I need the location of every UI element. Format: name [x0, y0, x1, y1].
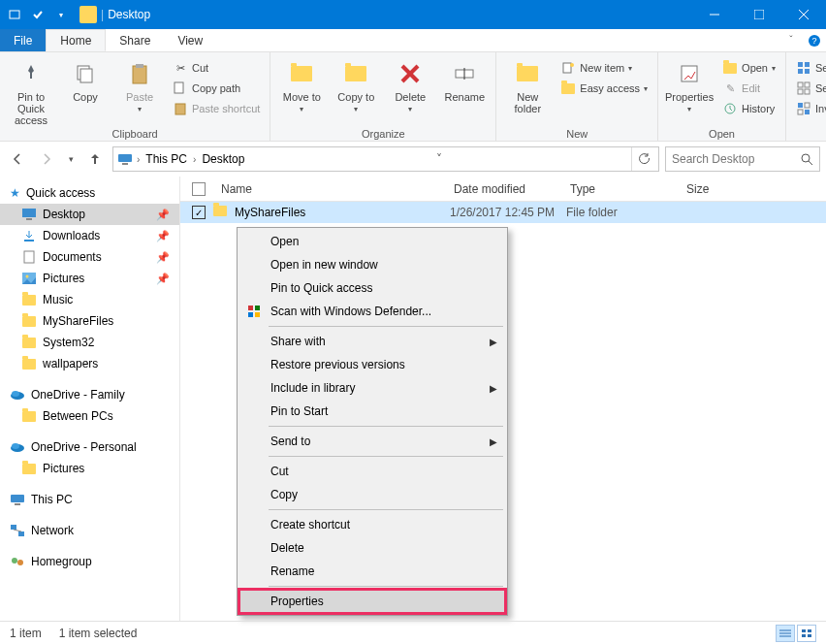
open-icon	[722, 60, 738, 76]
ctx-share-with[interactable]: Share with▶	[239, 330, 505, 353]
address-dropdown[interactable]: ˅	[428, 147, 451, 171]
crumb-sep-icon[interactable]: ›	[137, 154, 140, 165]
address-pc-icon	[117, 152, 133, 166]
col-size[interactable]: Size	[679, 182, 756, 196]
window-divider: |	[101, 8, 104, 21]
ctx-restore[interactable]: Restore previous versions	[239, 353, 505, 376]
select-none-button[interactable]: Select none	[792, 79, 826, 98]
row-type: File folder	[566, 206, 683, 219]
nav-between-pcs[interactable]: Between PCs	[0, 405, 179, 427]
history-button[interactable]: History	[718, 99, 779, 118]
nav-thispc[interactable]: This PC	[0, 489, 179, 510]
ctx-rename[interactable]: Rename	[239, 560, 505, 583]
nav-onedrive-family[interactable]: OneDrive - Family	[0, 384, 179, 405]
ctx-open[interactable]: Open	[239, 230, 505, 253]
view-thumbnails-button[interactable]	[797, 625, 816, 642]
up-button[interactable]	[83, 147, 107, 171]
nav-music[interactable]: Music	[0, 289, 179, 310]
select-all-checkbox[interactable]	[192, 182, 206, 196]
ctx-cut[interactable]: Cut	[239, 460, 505, 483]
search-box[interactable]: Search Desktop	[665, 146, 820, 172]
paste-shortcut-button[interactable]: Paste shortcut	[169, 99, 264, 118]
ctx-send-to[interactable]: Send to▶	[239, 430, 505, 453]
group-new: New folder New item ▾ Easy access ▾ New	[496, 52, 658, 141]
ctx-copy[interactable]: Copy	[239, 483, 505, 506]
context-menu: Open Open in new window Pin to Quick acc…	[237, 227, 508, 616]
forward-button[interactable]	[35, 147, 58, 171]
ctx-properties[interactable]: Properties	[239, 590, 505, 613]
maximize-button[interactable]	[737, 0, 781, 29]
close-button[interactable]	[781, 0, 826, 29]
crumb-thispc[interactable]: This PC	[143, 152, 189, 166]
tab-file[interactable]: File	[0, 29, 46, 51]
tab-home[interactable]: Home	[46, 29, 106, 51]
help-button[interactable]: ?	[803, 29, 826, 51]
svg-rect-26	[805, 82, 810, 87]
qat-icon1[interactable]	[4, 4, 25, 25]
col-type[interactable]: Type	[562, 182, 679, 196]
tab-view[interactable]: View	[164, 29, 216, 51]
nav-system32[interactable]: System32	[0, 332, 179, 353]
col-modified[interactable]: Date modified	[446, 182, 562, 196]
open-button[interactable]: Open ▾	[718, 58, 779, 78]
ctx-open-new-window[interactable]: Open in new window	[239, 253, 505, 276]
move-to-button[interactable]: Move to▾	[276, 56, 327, 113]
ctx-include-library[interactable]: Include in library▶	[239, 376, 505, 400]
nav-downloads[interactable]: Downloads📌	[0, 225, 179, 246]
new-item-button[interactable]: New item ▾	[556, 58, 651, 78]
navigation-pane[interactable]: ★Quick access Desktop📌 Downloads📌 Docume…	[0, 177, 180, 621]
pin-quick-access-button[interactable]: Pin to Quick access	[6, 56, 56, 126]
copy-to-button[interactable]: Copy to▾	[331, 56, 381, 113]
paste-button[interactable]: Paste ▾	[114, 56, 165, 113]
copy-path-button[interactable]: Copy path	[169, 79, 264, 98]
copy-icon	[70, 58, 101, 89]
row-checkbox[interactable]: ✓	[192, 206, 206, 219]
ctx-scan-defender[interactable]: Scan with Windows Defender...	[239, 300, 505, 323]
ribbon-collapse-button[interactable]: ˇ	[779, 29, 803, 51]
nav-pictures2[interactable]: Pictures	[0, 458, 179, 479]
copy-button[interactable]: Copy	[60, 56, 111, 103]
nav-onedrive-personal[interactable]: OneDrive - Personal	[0, 436, 179, 458]
nav-homegroup[interactable]: Homegroup	[0, 551, 179, 572]
crumb-desktop[interactable]: Desktop	[200, 152, 246, 166]
back-button[interactable]	[6, 147, 29, 171]
select-all-button[interactable]: Select all	[792, 58, 826, 78]
ctx-pin-quick[interactable]: Pin to Quick access	[239, 276, 505, 300]
crumb-sep-icon[interactable]: ›	[193, 154, 196, 165]
svg-rect-47	[11, 495, 24, 502]
svg-rect-40	[24, 251, 34, 263]
edit-icon: ✎	[722, 80, 738, 96]
rename-button[interactable]: Rename	[439, 56, 490, 103]
new-folder-button[interactable]: New folder	[502, 56, 553, 114]
refresh-button[interactable]	[631, 147, 654, 171]
group-open-label: Open	[664, 127, 779, 141]
address-bar[interactable]: › This PC › Desktop ˅	[112, 146, 659, 172]
minimize-button[interactable]	[692, 0, 737, 29]
invert-selection-button[interactable]: Invert selection	[792, 99, 826, 118]
nav-mysharefiles[interactable]: MyShareFiles	[0, 310, 179, 332]
properties-button[interactable]: Properties▾	[664, 56, 715, 113]
ctx-create-shortcut[interactable]: Create shortcut	[239, 513, 505, 536]
svg-rect-64	[808, 634, 811, 637]
ctx-delete[interactable]: Delete	[239, 536, 505, 560]
easy-access-button[interactable]: Easy access ▾	[556, 79, 651, 98]
view-details-button[interactable]	[776, 625, 795, 642]
qat-icon2[interactable]	[27, 4, 48, 25]
qat-dropdown[interactable]: ▾	[50, 4, 72, 25]
nav-pictures[interactable]: Pictures📌	[0, 268, 179, 289]
delete-button[interactable]: Delete▾	[385, 56, 435, 113]
file-row-mysharefiles[interactable]: ✓ MyShareFiles 1/26/2017 12:45 PM File f…	[180, 202, 826, 223]
edit-button[interactable]: ✎Edit	[718, 79, 779, 98]
col-name[interactable]: Name	[213, 182, 446, 196]
nav-quick-access[interactable]: ★Quick access	[0, 182, 179, 204]
nav-desktop[interactable]: Desktop📌	[0, 204, 179, 225]
nav-documents[interactable]: Documents📌	[0, 246, 179, 268]
network-icon	[10, 524, 25, 537]
rename-icon	[449, 58, 480, 89]
cut-button[interactable]: ✂Cut	[169, 58, 264, 78]
nav-network[interactable]: Network	[0, 520, 179, 541]
nav-wallpapers[interactable]: wallpapers	[0, 353, 179, 374]
tab-share[interactable]: Share	[106, 29, 164, 51]
ctx-pin-start[interactable]: Pin to Start	[239, 400, 505, 423]
recent-dropdown[interactable]: ▾	[64, 147, 78, 171]
